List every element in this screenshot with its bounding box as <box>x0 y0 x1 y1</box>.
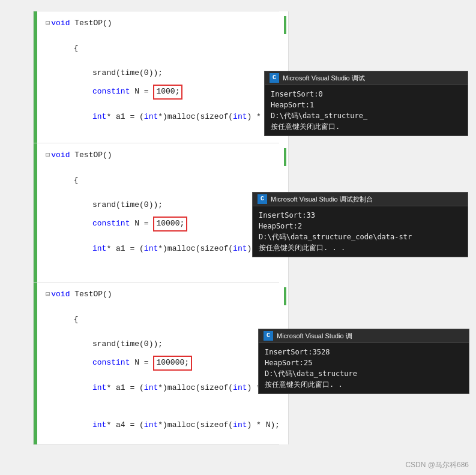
console-body: InsertSort:33HeapSort:2D:\代码\data_struct… <box>253 206 468 257</box>
code-line-4: const int N = 10000; <box>46 212 280 237</box>
watermark: CSDN @马尔科686 <box>405 460 469 470</box>
code-line-1: ⊟void TestOP() <box>46 149 280 162</box>
console-app-icon: C <box>270 73 279 83</box>
console-line-1: HeapSort:25 <box>265 357 463 368</box>
code-line-3: srand(time(0)); <box>46 55 280 80</box>
console-line-2: D:\代码\data_structure <box>265 368 463 379</box>
console-title-text: Microsoft Visual Studio 调试 <box>283 74 365 83</box>
code-line-2: { <box>46 301 280 326</box>
console-line-0: InsertSort:3528 <box>265 347 463 357</box>
console-line-3: 按任意键关闭此窗口. <box>271 121 462 132</box>
console-app-icon: C <box>264 331 273 341</box>
scroll-thumb <box>284 16 286 34</box>
console-body: InsertSort:3528HeapSort:25D:\代码\data_str… <box>259 343 469 393</box>
code-line-6 <box>46 130 280 142</box>
code-line-4: const int N = 100000; <box>46 351 280 376</box>
console-window: CMicrosoft Visual Studio 调InsertSort:352… <box>258 329 469 394</box>
n-value-highlight: 10000; <box>153 217 187 232</box>
n-value-highlight: 100000; <box>153 356 192 371</box>
console-window: CMicrosoft Visual Studio 调试InsertSort:0H… <box>264 71 468 136</box>
code-line-1: ⊟void TestOP() <box>46 288 280 301</box>
code-line-1: ⊟void TestOP() <box>46 17 280 30</box>
code-line-4: const int N = 1000; <box>46 80 280 105</box>
console-window: CMicrosoft Visual Studio 调试控制台InsertSort… <box>252 192 468 257</box>
code-line-7: int* a4 = (int*)malloc(sizeof(int) * N); <box>46 413 280 438</box>
console-body: InsertSort:0HeapSort:1D:\代码\data_structu… <box>265 85 468 136</box>
code-line-5: int* a1 = (int*)malloc(sizeof(int) * N); <box>46 105 280 130</box>
scroll-thumb <box>284 287 286 305</box>
console-line-2: D:\代码\data_structure_ <box>271 110 462 121</box>
collapse-icon[interactable]: ⊟ <box>46 289 50 300</box>
console-line-3: 按任意键关闭此窗口. . <box>265 379 463 390</box>
console-title-text: Microsoft Visual Studio 调试控制台 <box>271 195 373 204</box>
n-value-highlight: 1000; <box>153 85 182 100</box>
code-line-2: { <box>46 30 280 55</box>
console-line-1: HeapSort:1 <box>271 100 462 110</box>
console-titlebar: CMicrosoft Visual Studio 调试 <box>265 71 468 85</box>
code-line-5: int* a1 = (int*)malloc(sizeof(int) * N); <box>46 237 280 262</box>
console-titlebar: CMicrosoft Visual Studio 调 <box>259 329 469 343</box>
console-line-0: InsertSort:33 <box>259 210 462 221</box>
code-area: ⊟void TestOP() { srand(time(0)); const i… <box>37 282 288 444</box>
code-line-5: int* a1 = (int*)malloc(sizeof(int) * N); <box>46 376 280 401</box>
code-line-3: srand(time(0)); <box>46 187 280 212</box>
console-line-2: D:\代码\data_structure_code\data-str <box>259 232 462 242</box>
code-line-3: srand(time(0)); <box>46 326 280 351</box>
code-panel-panel2: ⊟void TestOP() { srand(time(0)); const i… <box>33 143 279 306</box>
console-titlebar: CMicrosoft Visual Studio 调试控制台 <box>253 193 468 206</box>
console-line-1: HeapSort:2 <box>259 221 462 232</box>
code-area: ⊟void TestOP() { srand(time(0)); const i… <box>37 143 288 305</box>
collapse-icon[interactable]: ⊟ <box>46 18 50 29</box>
collapse-icon[interactable]: ⊟ <box>46 150 50 161</box>
console-title-text: Microsoft Visual Studio 调 <box>277 332 352 341</box>
code-line-6 <box>46 401 280 413</box>
code-line-2: { <box>46 162 280 187</box>
code-panel-panel3: ⊟void TestOP() { srand(time(0)); const i… <box>33 282 279 445</box>
scroll-thumb <box>284 148 286 166</box>
console-app-icon: C <box>258 194 267 204</box>
code-line-6 <box>46 261 280 274</box>
console-line-0: InsertSort:0 <box>271 89 462 100</box>
console-line-3: 按任意键关闭此窗口. . . <box>259 242 462 253</box>
